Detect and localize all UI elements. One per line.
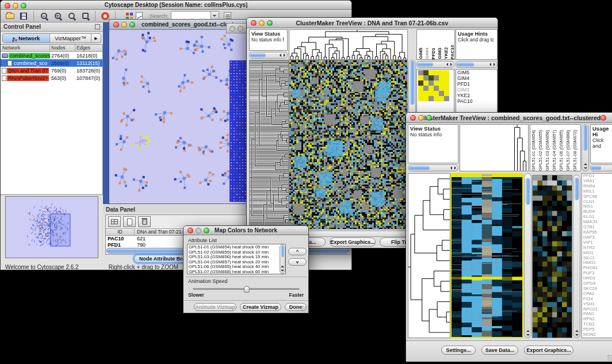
attribute-list[interactable]: GPL51-01 (GSM854) heat shock 05 minGPL51… [187,244,286,274]
minimize-button[interactable] [418,115,424,121]
minimize-button[interactable] [259,20,265,26]
gene-label[interactable]: GIM4 [456,75,497,81]
gene-label[interactable]: YKE2 [456,93,497,98]
new-attribute-icon[interactable] [123,216,136,227]
move-down-button[interactable]: v [288,258,307,266]
map-colors-dialog: Map Colors to Network Attribute List GPL… [183,225,309,313]
tv2-zoom-heatmap[interactable] [532,175,572,338]
zoom-button[interactable] [426,115,432,121]
treeview1-titlebar[interactable]: ClusterMaker TreeView : DNA and Tran 07-… [247,18,498,28]
desktop: Cytoscape Desktop (Session Name: collins… [0,0,612,364]
treeview2-window: ClusterMaker TreeView : combined_scores_… [406,112,612,361]
attribute-list-item[interactable]: GPL51-07 (GSM868) heat shock 60 min [188,270,285,274]
network-table-row[interactable]: DNA and Tran 07 769(0) 183728(0) [1,67,102,74]
minimize-button[interactable] [121,22,127,28]
slower-label: Slower [188,292,204,298]
network-table-header[interactable]: Network Nodes Edges [1,45,102,52]
tv1-array-labels: GIM5GIM4PFD1GIM3YKE2PAC10 [416,29,455,60]
gene-label[interactable]: GIM3 [456,87,497,93]
tv1-status-scrollbar[interactable] [249,52,288,59]
tv1-zoom-scrollbar[interactable] [416,61,454,68]
create-vizmap-button[interactable]: Create Vizmap [240,303,281,311]
zoom-button[interactable] [267,20,273,26]
float-panel-icon[interactable] [95,24,100,29]
close-button[interactable] [251,20,257,26]
treeview1-title: ClusterMaker TreeView : DNA and Tran 07-… [296,20,449,26]
inactive-close-button[interactable] [230,26,235,32]
tv1-array-dendrogram[interactable] [289,29,408,60]
zoom-button[interactable] [204,228,209,233]
zoom-out-icon[interactable]: − [39,11,49,21]
array-label: PFD1 [431,48,437,59]
resize-grip[interactable] [607,355,612,361]
tv2-array-dendrogram[interactable] [460,124,529,171]
tv1-usage-scrollbar[interactable] [456,61,498,68]
tv2-usage-scrollbar[interactable] [590,164,612,171]
tv1-heatmap[interactable] [289,60,408,229]
network-table-row[interactable]: combined_scores 2764(0) 16218(0) [1,52,102,59]
zoom-fit-icon[interactable] [80,11,90,21]
zoom-button[interactable] [21,3,26,9]
dialog-titlebar[interactable]: Map Colors to Network [183,226,308,235]
close-button[interactable] [5,3,10,9]
tv2-heatmap-vscrollbar[interactable] [524,173,531,338]
delete-attribute-icon[interactable] [138,216,151,227]
status-zoom-hint: Right-click + drag to ZOOM [79,264,178,271]
tab-network[interactable]: Network [3,34,50,43]
close-button[interactable] [113,22,119,28]
tv2-zoom-vscrollbar[interactable] [573,175,580,338]
array-label: GIM4 [424,48,431,59]
array-label: GIM5 [418,48,424,59]
tv2-gene-dendrogram[interactable] [408,173,450,338]
tv2-labels-vscrollbar[interactable] [582,124,589,171]
close-button[interactable] [188,228,193,233]
control-panel-title: Control Panel [1,24,95,30]
inactive-minimize-button[interactable] [238,26,243,32]
animation-speed-label: Animation Speed [188,278,228,284]
tv2-status-scrollbar[interactable] [408,164,458,171]
tv2-button-bar: Settings... Save Data... Export Graphics… [406,340,612,362]
save-session-icon[interactable] [18,11,29,21]
animate-vizmap-button[interactable]: Animate Vizmap [194,303,236,311]
treeview2-titlebar[interactable]: ClusterMaker TreeView : combined_scores_… [406,113,612,123]
tv1-export-graphics-button[interactable]: Export Graphics... [330,237,376,247]
zoom-selected-icon[interactable] [66,11,76,21]
main-titlebar[interactable]: Cytoscape Desktop (Session Name: collins… [1,1,351,10]
resize-grip[interactable] [301,306,308,312]
toolbar-separator [95,11,95,21]
tv2-save-data-button[interactable]: Save Data... [481,346,518,355]
attribute-list-label: Attribute List [188,237,217,243]
network-overview-canvas[interactable] [6,197,98,258]
gene-label[interactable]: PFD1 [456,81,497,87]
control-panel-header: Control Panel [1,22,103,32]
gene-label[interactable]: GIM5 [456,70,497,75]
tv2-settings-button[interactable]: Settings... [441,346,476,355]
minimize-button[interactable] [196,228,201,233]
gene-label[interactable]: PAC10 [456,98,497,104]
move-up-button[interactable]: ^ [288,248,307,255]
open-file-icon[interactable] [5,11,15,21]
tab-vizmapper[interactable]: VizMapper™ [50,34,91,43]
main-window-title: Cytoscape Desktop (Session Name: collins… [105,2,248,8]
tab-overflow[interactable]: ▶ [91,34,101,43]
tv2-array-labels: GPL51-01 (GSM854)GPL51-02 (GSM855)GPL51-… [530,124,581,171]
network-table-row[interactable]: RNAPuberNov2+ 563(0) 107847(0) [1,74,102,82]
animation-speed-slider[interactable] [193,288,300,290]
attribute-list-scrollbar[interactable] [280,244,285,274]
array-label: GPL51-06 (GSM865) [559,130,565,171]
zoom-button[interactable] [129,22,135,28]
slider-thumb[interactable] [244,286,250,293]
tv2-heatmap[interactable] [450,173,523,338]
minimize-button[interactable] [13,3,18,9]
zoom-in-icon[interactable]: + [52,11,63,21]
attribute-select-icon[interactable] [108,216,121,227]
tv1-gene-dendrogram[interactable] [249,60,289,229]
tv2-export-graphics-button[interactable]: Export Graphics... [524,346,573,355]
close-button[interactable] [410,115,416,121]
faster-label: Faster [289,292,304,298]
divider [183,300,308,301]
tv1-zoom-heatmap[interactable] [418,70,449,101]
gene-label[interactable]: MON2 [582,332,612,338]
network-table-row[interactable]: combined_sco 2569(6) 13112(15) [1,59,102,67]
array-label: GPL51-07 (GSM868) [565,130,572,171]
